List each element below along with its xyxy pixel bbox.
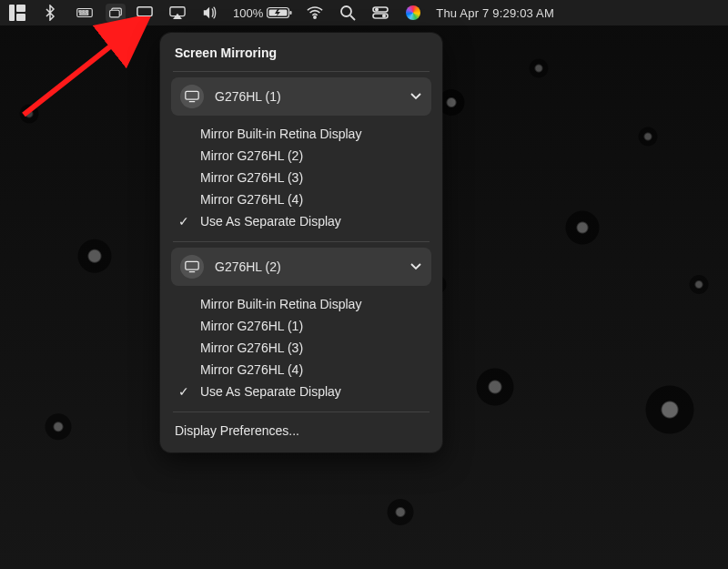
mirror-option[interactable]: Mirror G276HL (1) — [160, 315, 442, 337]
use-separate-option[interactable]: ✓Use As Separate Display — [160, 381, 442, 402]
use-separate-option[interactable]: ✓Use As Separate Display — [160, 210, 442, 232]
mirror-option[interactable]: Mirror G276HL (3) — [160, 337, 442, 359]
display-preferences-link[interactable]: Display Preferences... — [160, 416, 442, 447]
display-row-2[interactable]: G276HL (2) — [171, 248, 431, 286]
mirror-option[interactable]: Mirror G276HL (4) — [160, 188, 442, 210]
svg-rect-1 — [16, 5, 25, 12]
chevron-down-icon — [410, 89, 422, 105]
control-center-icon[interactable] — [370, 4, 390, 22]
mirror-option[interactable]: Mirror G276HL (4) — [160, 359, 442, 381]
divider — [173, 241, 430, 242]
svg-point-15 — [314, 16, 316, 18]
svg-rect-10 — [137, 7, 152, 16]
screen-mirroring-icon[interactable] — [106, 4, 126, 22]
svg-rect-22 — [186, 91, 198, 99]
battery-percent-label: 100% — [233, 6, 263, 20]
airplay-icon[interactable] — [167, 4, 187, 22]
svg-rect-0 — [9, 5, 15, 21]
app-grid-icon[interactable] — [7, 4, 27, 22]
mirror-option[interactable]: Mirror Built-in Retina Display — [160, 293, 442, 315]
chevron-down-icon — [410, 259, 422, 275]
svg-point-16 — [341, 6, 351, 16]
svg-rect-3 — [77, 9, 93, 17]
monitor-icon — [180, 255, 204, 279]
screen-mirroring-panel: Screen Mirroring G276HL (1) Mirror Built… — [160, 33, 442, 452]
wifi-icon[interactable] — [305, 4, 325, 22]
panel-title: Screen Mirroring — [160, 40, 442, 67]
display-1-options: Mirror Built-in Retina Display Mirror G2… — [160, 121, 442, 238]
spotlight-icon[interactable] — [338, 4, 358, 22]
battery-status[interactable]: 100% — [233, 6, 292, 20]
clock-label[interactable]: Thu Apr 7 9:29:03 AM — [436, 6, 554, 20]
display-name-label: G276HL (2) — [215, 259, 399, 274]
svg-rect-4 — [79, 11, 81, 13]
checkmark-icon: ✓ — [177, 384, 191, 399]
divider — [173, 71, 430, 72]
mirror-option[interactable]: Mirror G276HL (3) — [160, 167, 442, 188]
keyboard-brightness-icon[interactable] — [73, 4, 96, 22]
display-2-options: Mirror Built-in Retina Display Mirror G2… — [160, 291, 442, 408]
svg-point-18 — [376, 8, 378, 10]
svg-rect-7 — [80, 14, 88, 15]
menu-bar: 100% Thu Apr 7 9:29:03 AM — [0, 0, 728, 25]
svg-rect-13 — [290, 11, 292, 15]
svg-rect-6 — [86, 11, 88, 13]
svg-rect-2 — [16, 14, 25, 21]
checkmark-icon: ✓ — [177, 214, 191, 229]
display-icon[interactable] — [135, 4, 155, 22]
bluetooth-icon[interactable] — [40, 4, 60, 22]
siri-icon[interactable] — [403, 4, 423, 22]
svg-rect-23 — [186, 261, 198, 269]
svg-rect-9 — [110, 10, 120, 17]
volume-icon[interactable] — [200, 4, 220, 22]
display-row-1[interactable]: G276HL (1) — [171, 77, 431, 116]
divider — [173, 412, 430, 412]
mirror-option[interactable]: Mirror G276HL (2) — [160, 145, 442, 167]
display-name-label: G276HL (1) — [215, 89, 399, 104]
svg-point-20 — [383, 15, 385, 16]
mirror-option[interactable]: Mirror Built-in Retina Display — [160, 123, 442, 145]
monitor-icon — [180, 85, 204, 108]
svg-rect-5 — [83, 11, 85, 13]
